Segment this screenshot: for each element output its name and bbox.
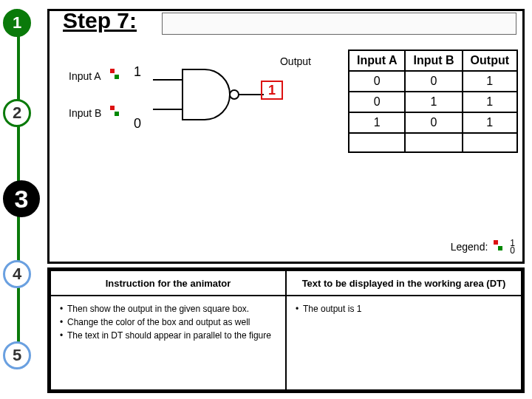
svg-point-2	[230, 90, 239, 99]
list-item: The output is 1	[296, 304, 515, 314]
legend-led-icon	[494, 240, 504, 253]
tt-header-b: Input B	[405, 50, 462, 71]
table-row: 1 0 1	[349, 112, 517, 133]
display-text-cell: The output is 1	[286, 296, 522, 390]
input-b-value: 0	[134, 116, 141, 132]
step-badge-4: 4	[3, 260, 31, 288]
instructions-panel: Instruction for the animator Text to be …	[47, 267, 525, 393]
instructions-left-header: Instruction for the animator	[50, 270, 286, 296]
input-b-label: Input B	[69, 107, 101, 119]
step-title: Step 7:	[63, 8, 137, 33]
list-item: Then show the output in the given square…	[60, 304, 279, 314]
legend-label: Legend:	[451, 241, 488, 253]
instructions-table: Instruction for the animator Text to be …	[50, 270, 522, 391]
tt-header-out: Output	[463, 50, 517, 71]
output-value-box: 1	[261, 81, 283, 100]
step-badge-3-current: 3	[3, 180, 40, 217]
nand-gate-icon	[153, 66, 264, 126]
list-item: The text in DT should appear in parallel…	[60, 330, 279, 341]
truth-table: Input A Input B Output 0 0 1 0 1 1 1 0 1	[348, 50, 518, 153]
table-row: 0 0 1	[349, 71, 517, 92]
input-a-value: 1	[134, 64, 141, 80]
instructions-right-header: Text to be displayed in the working area…	[286, 270, 522, 296]
output-label: Output	[280, 55, 311, 67]
step-badge-1: 1	[3, 9, 31, 37]
tt-header-a: Input A	[349, 50, 406, 71]
slide: 1 2 3 4 5 Step 7: Input A Input B Output…	[3, 3, 529, 396]
input-a-label: Input A	[69, 70, 101, 82]
title-placeholder-box	[162, 13, 516, 35]
working-area-panel: Step 7: Input A Input B Output 1 0 1 Inp…	[47, 9, 525, 264]
legend: Legend: 1 0	[451, 239, 515, 254]
input-b-led-icon	[110, 106, 120, 119]
list-item: Change the color of the box and output a…	[60, 317, 279, 327]
table-row-empty	[349, 133, 517, 152]
step-badge-2: 2	[3, 99, 31, 127]
legend-values: 1 0	[510, 239, 515, 254]
step-badge-5: 5	[3, 341, 31, 369]
input-a-led-icon	[110, 69, 120, 82]
logic-gate-diagram: Input A Input B Output 1 0 1	[61, 55, 327, 166]
table-row: 0 1 1	[349, 92, 517, 112]
animator-instructions-cell: Then show the output in the given square…	[50, 296, 286, 390]
